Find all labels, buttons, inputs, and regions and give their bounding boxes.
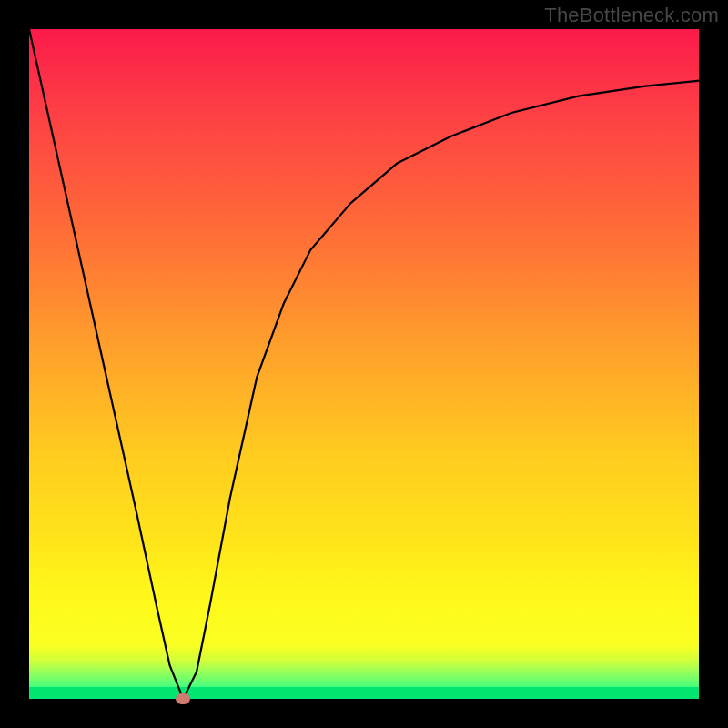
bottleneck-curve — [29, 29, 699, 699]
plot-area — [29, 29, 699, 699]
chart-frame: TheBottleneck.com — [0, 0, 728, 728]
optimal-point-marker — [176, 693, 190, 704]
watermark-label: TheBottleneck.com — [544, 4, 719, 27]
